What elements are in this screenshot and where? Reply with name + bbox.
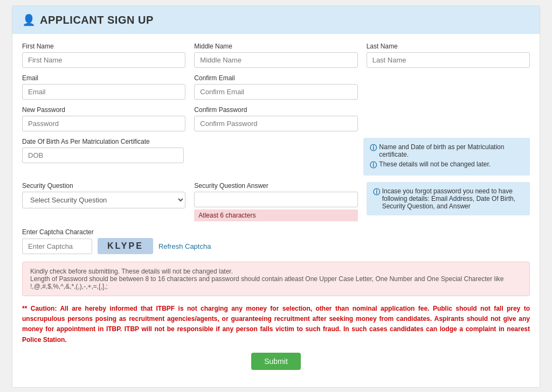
security-question-select[interactable]: Select Security Question What is your mo… (22, 192, 185, 208)
submit-button[interactable]: Submit (251, 353, 301, 370)
info-line2: ⓘ These details will not be changed late… (370, 160, 523, 170)
email-label: Email (22, 74, 185, 82)
captcha-input[interactable] (22, 239, 92, 254)
dob-info-row: Date Of Birth As Per Matriculation Certi… (22, 138, 530, 176)
warning-box: Kindly check before submitting. These de… (22, 262, 530, 296)
captcha-label: Enter Captcha Character (22, 228, 94, 236)
info-icon-3: ⓘ (373, 187, 380, 197)
security-row: Security Question Select Security Questi… (22, 182, 530, 221)
form-title: APPLICANT SIGN UP (40, 14, 154, 26)
new-password-label: New Password (22, 106, 185, 114)
new-password-input[interactable] (22, 116, 185, 131)
submit-row: Submit (22, 353, 530, 370)
new-password-col: New Password (22, 106, 185, 131)
dob-input[interactable] (22, 148, 184, 163)
info-line1: ⓘ Name and Date of birth as per Matricul… (370, 143, 523, 158)
refresh-captcha-link[interactable]: Refresh Captcha (158, 242, 211, 250)
info-box2-container: ⓘ Incase you forgot password you need to… (367, 182, 530, 215)
confirm-email-label: Confirm Email (194, 74, 357, 82)
last-name-label: Last Name (367, 43, 530, 50)
confirm-password-col: Confirm Password (194, 106, 357, 131)
first-name-label: First Name (22, 43, 185, 50)
form-body: First Name Middle Name Last Name Email C… (12, 34, 540, 387)
warning-text: Kindly check before submitting. These de… (30, 268, 504, 290)
captcha-section: Enter Captcha Character KLYPE Refresh Ca… (22, 228, 530, 254)
info-box-dob: ⓘ Name and Date of birth as per Matricul… (363, 138, 530, 176)
email-row: Email Confirm Email (22, 74, 530, 100)
person-icon: 👤 (22, 13, 36, 26)
security-answer-col: Security Question Answer Atleast 6 chara… (194, 182, 357, 221)
error-hint: Atleast 6 characters (194, 209, 357, 221)
captcha-display: KLYPE (98, 238, 153, 254)
info-box2-text: ⓘ Incase you forgot password you need to… (373, 187, 523, 210)
first-name-input[interactable] (22, 52, 185, 68)
info-box-password: ⓘ Incase you forgot password you need to… (367, 182, 530, 215)
caution-text: ** Caution: All are hereby informed that… (22, 304, 530, 345)
last-name-input[interactable] (367, 52, 530, 68)
confirm-email-col: Confirm Email (194, 74, 357, 100)
info-icon-2: ⓘ (370, 160, 377, 170)
security-question-label: Security Question (22, 182, 185, 190)
email-col: Email (22, 74, 185, 100)
security-answer-label: Security Question Answer (194, 182, 357, 190)
confirm-email-input[interactable] (194, 84, 357, 100)
email-input[interactable] (22, 84, 185, 100)
signup-form: 👤 APPLICANT SIGN UP First Name Middle Na… (12, 5, 540, 388)
dob-section: Date Of Birth As Per Matriculation Certi… (22, 138, 355, 163)
info-box-container: ⓘ Name and Date of birth as per Matricul… (363, 138, 530, 176)
confirm-password-input[interactable] (194, 116, 357, 131)
form-header: 👤 APPLICANT SIGN UP (12, 6, 540, 34)
confirm-password-label: Confirm Password (194, 106, 357, 114)
password-row: New Password Confirm Password (22, 106, 530, 131)
middle-name-label: Middle Name (194, 43, 357, 50)
last-name-col: Last Name (367, 43, 530, 68)
name-row: First Name Middle Name Last Name (22, 43, 530, 68)
security-answer-input[interactable] (194, 192, 357, 207)
first-name-col: First Name (22, 43, 185, 68)
middle-name-col: Middle Name (194, 43, 357, 68)
info-icon-1: ⓘ (370, 143, 377, 153)
captcha-row: KLYPE Refresh Captcha (22, 238, 530, 254)
security-question-col: Security Question Select Security Questi… (22, 182, 185, 208)
middle-name-input[interactable] (194, 52, 357, 68)
dob-label: Date Of Birth As Per Matriculation Certi… (22, 138, 355, 145)
